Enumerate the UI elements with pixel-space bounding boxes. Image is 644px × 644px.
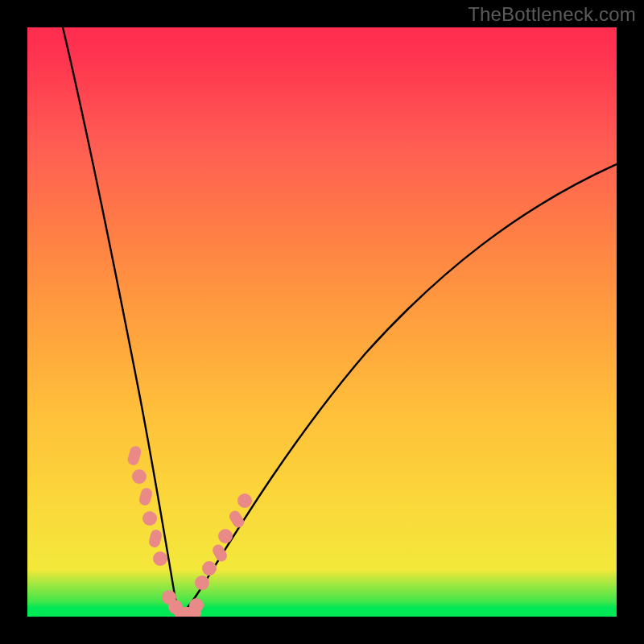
left-branch-curve — [63, 27, 180, 615]
svg-point-5 — [153, 551, 167, 566]
svg-point-10 — [202, 561, 217, 576]
svg-rect-9 — [210, 543, 229, 564]
left-branch-markers — [126, 445, 167, 566]
right-branch-curve — [180, 164, 617, 615]
right-branch-markers — [195, 493, 252, 590]
chart-frame: TheBottleneck.com — [0, 0, 644, 644]
svg-rect-0 — [126, 445, 142, 467]
svg-rect-7 — [227, 509, 246, 530]
watermark-text: TheBottleneck.com — [468, 3, 636, 26]
svg-rect-2 — [138, 486, 154, 506]
plot-area — [27, 27, 617, 617]
svg-point-15 — [189, 598, 204, 613]
svg-point-3 — [142, 511, 157, 526]
svg-point-6 — [237, 493, 252, 508]
svg-point-1 — [132, 469, 147, 484]
plot-svg — [27, 27, 617, 617]
svg-rect-4 — [148, 529, 163, 549]
svg-point-11 — [195, 576, 209, 590]
svg-point-8 — [218, 529, 233, 543]
